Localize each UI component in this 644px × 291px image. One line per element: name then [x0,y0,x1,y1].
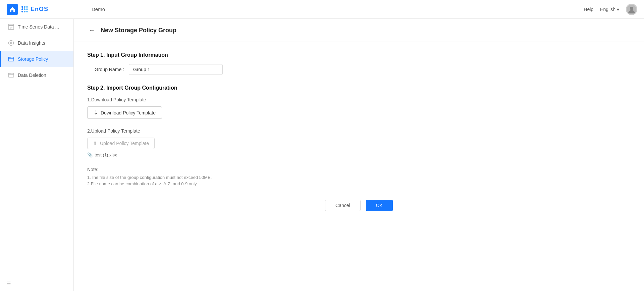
sidebar-label-data-insights: Data Insights [18,40,45,46]
group-name-label: Group Name : [87,67,124,72]
download-icon: ⇣ [94,109,98,116]
download-step-label: 1.Download Policy Template [87,97,631,102]
top-navigation: EnOS Demo Help English ▾ [0,0,644,19]
page-header: ← New Storage Policy Group [74,19,644,42]
sidebar-label-data-deletion: Data Deletion [18,72,46,78]
help-link[interactable]: Help [584,7,593,12]
paperclip-icon: 📎 [87,152,93,157]
main-content: ← New Storage Policy Group Step 1. Input… [74,19,644,291]
data-insights-icon [8,40,14,46]
nav-right-area: Help English ▾ [584,4,637,15]
sidebar: Time Series Data ... Data Insights [0,19,74,291]
note-item-1: 1.The file size of the group configurati… [87,175,631,180]
sidebar-label-storage-policy: Storage Policy [18,56,48,62]
group-name-input[interactable] [129,64,223,75]
page-title: New Storage Policy Group [101,27,176,34]
download-policy-template-button[interactable]: ⇣ Download Policy Template [87,106,162,119]
data-deletion-icon [8,72,14,79]
sidebar-label-time-series: Time Series Data ... [18,24,59,30]
download-btn-label: Download Policy Template [101,110,156,115]
step1-title: Step 1. Input Group Information [87,52,631,58]
back-button[interactable]: ← [87,26,97,35]
svg-rect-9 [8,57,14,61]
form-area: Step 1. Input Group Information Group Na… [74,42,644,228]
app-body: Time Series Data ... Data Insights [0,19,644,291]
attached-filename: test (1).xlsx [95,152,117,157]
svg-point-7 [10,42,12,44]
svg-point-12 [10,57,11,58]
note-section: Note: 1.The file size of the group confi… [87,167,631,186]
download-section: 1.Download Policy Template ⇣ Download Po… [87,97,631,119]
upload-policy-template-button[interactable]: ⇧ Upload Policy Template [87,138,155,149]
enos-logo-dots [21,6,29,12]
sidebar-item-time-series[interactable]: Time Series Data ... [0,19,73,35]
sidebar-item-data-insights[interactable]: Data Insights [0,35,73,51]
svg-rect-3 [8,24,14,26]
home-icon[interactable] [7,4,18,15]
cancel-button[interactable]: Cancel [325,200,361,211]
note-title: Note: [87,167,631,172]
time-series-icon [8,23,14,30]
attached-file-row: 📎 test (1).xlsx [87,152,631,157]
upload-step-label: 2.Upload Policy Template [87,128,631,134]
language-selector[interactable]: English ▾ [600,7,619,12]
svg-rect-2 [8,26,14,30]
sidebar-item-storage-policy[interactable]: Storage Policy [0,51,73,67]
logo-area: EnOS [7,4,80,15]
nav-divider [86,4,86,14]
sidebar-item-data-deletion[interactable]: Data Deletion [0,67,73,83]
group-name-row: Group Name : [87,64,631,75]
step2-title: Step 2. Import Group Configuration [87,85,631,91]
storage-policy-icon [8,56,14,62]
svg-rect-13 [8,73,14,77]
svg-point-1 [630,7,633,10]
enos-logo-text: EnOS [31,6,48,13]
upload-btn-label: Upload Policy Template [100,141,149,146]
upload-icon: ⇧ [93,140,97,146]
svg-point-15 [9,74,10,74]
svg-point-11 [9,57,10,58]
action-row: Cancel OK [87,200,631,218]
ok-button[interactable]: OK [366,200,393,211]
nav-demo-label: Demo [92,6,584,12]
sidebar-collapse-btn[interactable]: ☰ [0,276,73,291]
upload-section: 2.Upload Policy Template ⇧ Upload Policy… [87,128,631,157]
back-arrow-icon: ← [89,27,95,34]
sidebar-collapse-icon: ☰ [7,281,11,286]
user-avatar[interactable] [626,4,637,15]
note-item-2: 2.File name can be combination of a-z, A… [87,181,631,186]
svg-point-16 [10,74,11,74]
